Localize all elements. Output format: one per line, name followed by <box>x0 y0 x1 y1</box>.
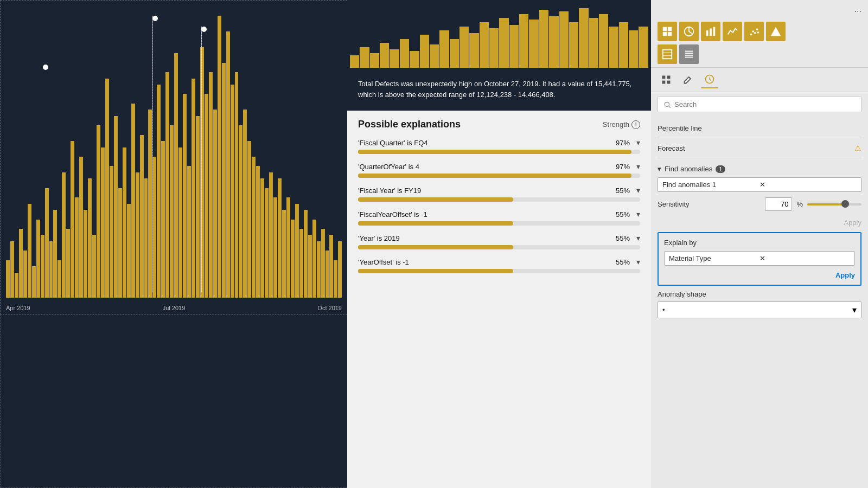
svg-marker-13 <box>771 27 781 36</box>
svg-point-8 <box>750 34 752 36</box>
left-chart-panel: Apr 2019 Jul 2019 Oct 2019 <box>0 0 347 488</box>
explanation-expand-btn[interactable]: ▾ <box>636 138 640 147</box>
explanation-item[interactable]: 'QuarterOfYear' is 4 97% ▾ <box>358 162 640 178</box>
explanation-expand-btn[interactable]: ▾ <box>636 186 640 195</box>
search-input[interactable] <box>674 100 856 108</box>
explanation-pct: 55% <box>616 258 630 266</box>
vis-icon-7[interactable] <box>658 44 677 64</box>
explanation-item[interactable]: 'YearOffset' is -1 55% ▾ <box>358 258 640 273</box>
vis-icon-8[interactable] <box>679 44 699 64</box>
find-anomalies-apply-row: Apply <box>658 215 861 230</box>
svg-rect-0 <box>663 27 667 31</box>
svg-rect-6 <box>710 29 712 36</box>
find-anomalies-tag-close[interactable]: ✕ <box>760 181 857 189</box>
analytics-icon[interactable] <box>701 71 718 88</box>
mini-chart-bars <box>347 0 651 70</box>
find-anomalies-title: ▾ Find anomalies 1 <box>658 165 725 173</box>
explain-by-section: Explain by Material Type ✕ Apply <box>658 232 861 286</box>
analytics-section: Percentile line Forecast ⚠ <box>651 117 868 160</box>
explanation-bar-bg <box>358 174 640 178</box>
vis-icon-2[interactable] <box>679 22 699 41</box>
explanation-expand-btn[interactable]: ▾ <box>636 258 640 266</box>
search-box[interactable] <box>658 97 861 112</box>
annotation-dot-2 <box>201 27 207 32</box>
explanation-expand-btn[interactable]: ▾ <box>636 210 640 219</box>
explanation-bar-fill <box>358 197 513 202</box>
explanation-pct: 97% <box>616 139 630 147</box>
explanation-items-list: 'Fiscal Quarter' is FQ4 97% ▾ 'QuarterOf… <box>358 138 640 273</box>
find-anomalies-header[interactable]: ▾ Find anomalies 1 <box>658 160 861 177</box>
anomaly-shape-chevron-icon: ▾ <box>852 305 857 315</box>
explain-by-apply-row: Apply <box>664 271 855 279</box>
explanation-bar-bg <box>358 221 640 226</box>
vis-icon-6[interactable] <box>766 22 786 41</box>
find-anomalies-apply-button[interactable]: Apply <box>844 219 861 227</box>
main-chart[interactable]: Apr 2019 Jul 2019 Oct 2019 <box>0 0 347 314</box>
anomaly-shape-section: Anomaly shape • ▾ <box>658 290 861 318</box>
find-anomalies-badge: 1 <box>716 165 725 173</box>
sensitivity-row: Sensitivity % <box>658 197 861 211</box>
sensitivity-value-input[interactable] <box>765 197 792 211</box>
explanation-expand-btn[interactable]: ▾ <box>636 162 640 171</box>
explanation-pct: 55% <box>616 187 630 195</box>
explanation-bar-fill <box>358 269 513 273</box>
svg-rect-22 <box>667 76 671 79</box>
svg-line-28 <box>669 106 671 107</box>
explanation-bar-fill <box>358 174 631 178</box>
sensitivity-control[interactable]: % <box>765 197 861 211</box>
explanation-label: 'Fiscal Quarter' is FQ4 <box>358 139 428 147</box>
vis-icon-3[interactable] <box>701 22 720 41</box>
percentile-line-label: Percentile line <box>658 124 702 132</box>
tool-icons-bar <box>651 67 868 92</box>
explanation-item[interactable]: 'Year' is 2019 55% ▾ <box>358 234 640 249</box>
anomaly-shape-select[interactable]: • ▾ <box>658 301 861 318</box>
svg-point-10 <box>754 32 756 34</box>
vis-icon-4[interactable] <box>723 22 742 41</box>
sensitivity-slider-track[interactable] <box>807 203 861 206</box>
sensitivity-slider-fill <box>807 203 845 206</box>
vis-icon-5[interactable] <box>744 22 764 41</box>
pct-symbol: % <box>796 200 803 208</box>
svg-rect-24 <box>667 81 671 84</box>
sensitivity-slider-thumb[interactable] <box>841 200 849 208</box>
explanation-item[interactable]: 'FiscalYearOffset' is -1 55% ▾ <box>358 210 640 226</box>
explanation-label: 'Fiscal Year' is FY19 <box>358 187 421 195</box>
explain-by-tag-close[interactable]: ✕ <box>760 254 850 262</box>
search-icon <box>663 101 671 108</box>
svg-rect-23 <box>662 81 666 84</box>
vis-icon-1[interactable] <box>658 22 677 41</box>
find-anomalies-tag-input[interactable]: Find anomalies 1 ✕ <box>658 177 861 192</box>
explain-by-label: Explain by <box>664 239 855 247</box>
svg-rect-1 <box>668 27 672 31</box>
more-options-icon[interactable]: ... <box>854 4 861 14</box>
fields-icon[interactable] <box>658 71 675 88</box>
axis-label-jul: Jul 2019 <box>163 305 186 311</box>
forecast-item[interactable]: Forecast ⚠ <box>658 138 861 158</box>
explanation-label: 'Year' is 2019 <box>358 234 400 242</box>
axis-label-apr: Apr 2019 <box>6 305 30 311</box>
annotation-dot-3 <box>43 65 48 70</box>
explanation-bar-bg <box>358 245 640 249</box>
explanation-item[interactable]: 'Fiscal Quarter' is FQ4 97% ▾ <box>358 138 640 154</box>
explanation-bar-fill <box>358 245 513 249</box>
percentile-line-item[interactable]: Percentile line <box>658 119 861 138</box>
svg-rect-21 <box>662 76 666 79</box>
strength-info-icon[interactable]: i <box>631 120 640 129</box>
forecast-warning-icon: ⚠ <box>854 144 861 152</box>
explain-by-apply-button[interactable]: Apply <box>835 271 855 279</box>
explanations-title: Possible explanations <box>358 119 461 130</box>
chart-bars <box>6 6 342 298</box>
right-top-icons: ... <box>651 0 868 18</box>
explanation-label: 'QuarterOfYear' is 4 <box>358 163 419 171</box>
explain-by-tag-input[interactable]: Material Type ✕ <box>664 251 855 266</box>
annotation-line-2 <box>201 27 202 292</box>
explanation-expand-btn[interactable]: ▾ <box>636 234 640 242</box>
explanation-label: 'FiscalYearOffset' is -1 <box>358 210 427 219</box>
svg-point-12 <box>757 31 760 34</box>
axis-label-oct: Oct 2019 <box>317 305 342 311</box>
annotation-dot-1 <box>152 16 158 21</box>
explanation-item[interactable]: 'Fiscal Year' is FY19 55% ▾ <box>358 186 640 202</box>
svg-rect-2 <box>663 32 667 36</box>
sensitivity-label: Sensitivity <box>658 200 690 208</box>
format-icon[interactable] <box>679 71 697 88</box>
